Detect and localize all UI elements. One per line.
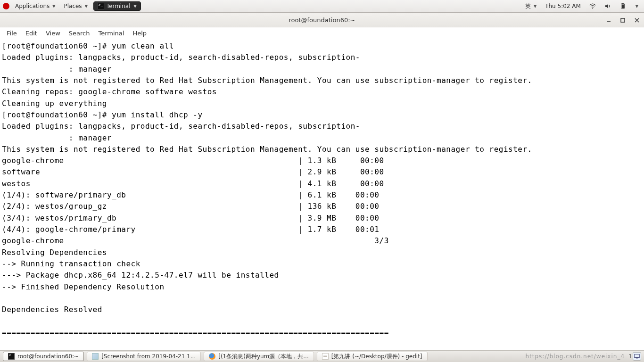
clock-label: Thu 5:02 AM — [545, 3, 581, 9]
volume-indicator[interactable] — [602, 2, 614, 10]
window-title: root@foundation60:~ — [289, 16, 355, 24]
active-app-label: Terminal — [107, 3, 131, 9]
input-method-menu[interactable]: 英 ▼ — [522, 1, 539, 11]
places-menu[interactable]: Places ▼ — [61, 2, 90, 10]
chevron-down-icon: ▼ — [534, 4, 537, 8]
menubar: File Edit View Search Terminal Help — [0, 27, 644, 39]
task-terminal[interactable]: root@foundation60:~ — [3, 352, 84, 361]
battery-icon — [619, 3, 626, 9]
menu-edit[interactable]: Edit — [22, 29, 41, 38]
svg-rect-2 — [622, 3, 624, 3]
terminal-output[interactable]: [root@foundation60 ~]# yum clean all Loa… — [0, 39, 644, 350]
volume-icon — [604, 3, 611, 9]
active-app-button[interactable]: Terminal ▼ — [93, 1, 141, 11]
network-indicator[interactable] — [586, 2, 599, 10]
close-button[interactable] — [634, 17, 640, 24]
panel-left: Applications ▼ Places ▼ Terminal ▼ — [3, 1, 141, 11]
menu-search[interactable]: Search — [65, 29, 94, 38]
battery-indicator[interactable] — [617, 2, 629, 10]
window-titlebar[interactable]: root@foundation60:~ — [0, 13, 644, 27]
terminal-icon — [98, 3, 104, 9]
firefox-icon — [209, 353, 215, 360]
clock[interactable]: Thu 5:02 AM — [542, 2, 584, 10]
task-terminal-label: root@foundation60:~ — [17, 353, 79, 360]
chevron-down-icon: ▼ — [636, 4, 638, 8]
svg-rect-3 — [622, 5, 624, 8]
window-controls — [605, 13, 640, 27]
applications-menu-label: Applications — [15, 3, 50, 9]
terminal-icon — [8, 353, 15, 360]
menu-file[interactable]: File — [3, 29, 21, 38]
svg-rect-5 — [635, 354, 640, 358]
power-menu[interactable]: ▼ — [632, 3, 641, 9]
chevron-down-icon: ▼ — [85, 4, 88, 8]
watermark-text: https://blog.csdn.net/weixin_4 — [525, 353, 625, 360]
task-firefox[interactable]: [(1条消息)两种yum源（本地，共... — [204, 352, 314, 361]
svg-rect-4 — [621, 18, 625, 22]
minimize-button[interactable] — [605, 17, 612, 24]
show-desktop-button[interactable] — [633, 352, 641, 361]
terminal-window: root@foundation60:~ File Edit View Searc… — [0, 13, 644, 350]
task-gedit-label: [第九讲 (~/Desktop/课件) - gedit] — [331, 353, 422, 361]
top-panel: Applications ▼ Places ▼ Terminal ▼ 英 ▼ T… — [0, 0, 644, 13]
maximize-button[interactable] — [619, 17, 626, 24]
svg-rect-6 — [636, 358, 638, 359]
places-menu-label: Places — [64, 3, 82, 9]
wifi-icon — [589, 3, 596, 9]
redhat-logo-icon — [3, 3, 9, 9]
task-image-label: [Screenshot from 2019-04-21 1... — [101, 353, 196, 360]
desktop-icon — [634, 353, 640, 360]
applications-menu[interactable]: Applications ▼ — [12, 2, 58, 10]
task-gedit[interactable]: [第九讲 (~/Desktop/课件) - gedit] — [317, 352, 428, 361]
panel-right: 英 ▼ Thu 5:02 AM ▼ — [522, 1, 641, 11]
taskbar: root@foundation60:~ [Screenshot from 201… — [0, 350, 644, 362]
task-image-viewer[interactable]: [Screenshot from 2019-04-21 1... — [87, 352, 201, 361]
task-firefox-label: [(1条消息)两种yum源（本地，共... — [218, 353, 309, 361]
chevron-down-icon: ▼ — [52, 4, 55, 8]
taskbar-right: https://blog.csdn.net/weixin_4 1 / 4 — [525, 353, 641, 360]
chevron-down-icon: ▼ — [134, 4, 137, 8]
menu-view[interactable]: View — [42, 29, 64, 38]
input-method-label: 英 — [525, 2, 531, 10]
svg-point-0 — [592, 8, 593, 8]
menu-help[interactable]: Help — [129, 29, 150, 38]
text-editor-icon — [322, 353, 329, 360]
menu-terminal[interactable]: Terminal — [94, 29, 128, 38]
image-icon — [92, 353, 99, 360]
